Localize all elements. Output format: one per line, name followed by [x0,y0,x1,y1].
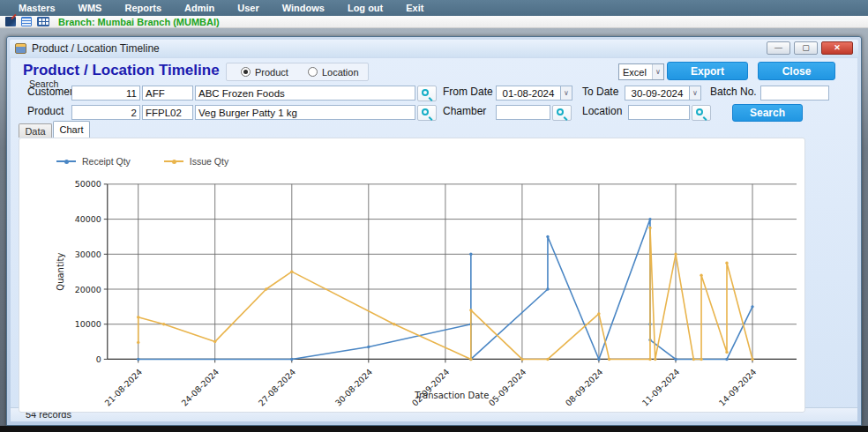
search-icon [422,89,429,96]
svg-text:27-08-2024: 27-08-2024 [257,367,298,408]
svg-text:50000: 50000 [75,179,101,189]
location-radio-label: Location [322,67,359,78]
window-title: Product / Location Timeline [32,42,160,55]
search-button[interactable]: Search [732,104,803,122]
from-date-field[interactable] [496,86,561,101]
location-lookup-button[interactable] [692,105,711,121]
radio-selected-icon [241,67,251,77]
svg-text:24-08-2024: 24-08-2024 [179,367,221,408]
customer-lookup-button[interactable] [417,86,437,101]
batch-no-field[interactable] [760,86,829,101]
export-button[interactable]: Export [667,62,748,80]
close-window-button[interactable]: ✕ [821,41,853,55]
search-icon [557,108,564,115]
mode-radio-group: Product Location [226,63,369,81]
search-icon [696,108,703,115]
product-radio[interactable]: Product [241,67,288,78]
customer-name-field[interactable] [195,86,415,101]
location-label: Location [582,105,622,117]
svg-text:0: 0 [96,354,101,364]
chamber-field[interactable] [496,105,550,120]
issue-line-icon [164,160,183,162]
svg-text:30-08-2024: 30-08-2024 [333,367,375,408]
tab-data[interactable]: Data [19,123,52,138]
timeline-window: Product / Location Timeline — ▢ ✕ Produc… [6,36,862,426]
customer-code-field[interactable] [71,86,140,101]
minimize-button[interactable]: — [767,41,790,55]
legend-item-issue: Issue Qty [164,156,228,167]
list-icon[interactable] [21,17,32,26]
branch-label: Branch: Mumbai Branch (MUMBAI) [58,17,220,27]
timeline-chart: 0100002000030000400005000021-08-202424-0… [19,138,804,413]
chart-panel: 0100002000030000400005000021-08-202424-0… [19,138,805,413]
to-date-label: To Date [582,86,618,98]
menu-item-reports[interactable]: Reports [113,0,173,16]
export-format-value: Excel [619,67,652,78]
product-radio-label: Product [255,67,288,78]
to-date-dropdown-icon[interactable]: ∨ [690,86,701,101]
window-client-area: Product / Location Timeline Search Produ… [11,58,857,421]
from-date-dropdown-icon[interactable]: ∨ [561,86,572,101]
bottom-strip [0,426,868,432]
toolbar: Branch: Mumbai Branch (MUMBAI) [0,16,868,28]
chevron-down-icon: ∨ [652,64,663,79]
svg-text:08-09-2024: 08-09-2024 [564,367,605,408]
svg-text:40000: 40000 [75,214,101,224]
svg-text:Quantity: Quantity [56,253,65,291]
batch-no-label: Batch No. [710,86,757,98]
svg-text:02-09-2024: 02-09-2024 [410,367,452,408]
chart-edit-icon[interactable] [5,17,16,26]
location-field[interactable] [628,105,690,120]
receipt-line-icon [56,160,76,162]
svg-text:Transaction Date: Transaction Date [414,391,489,400]
customer-shortcode-field[interactable] [142,86,193,101]
search-icon [422,108,429,115]
close-form-button[interactable]: Close [758,62,835,80]
menu-item-admin[interactable]: Admin [173,0,226,16]
from-date-label: From Date [443,86,493,98]
product-code-field[interactable] [71,105,140,120]
svg-text:14-09-2024: 14-09-2024 [717,367,759,408]
legend-issue-label: Issue Qty [190,156,228,167]
location-radio[interactable]: Location [308,67,359,78]
export-format-select[interactable]: Excel ∨ [618,63,664,80]
window-icon [15,43,26,54]
chamber-lookup-button[interactable] [552,105,572,121]
menu-item-logout[interactable]: Log out [336,0,394,16]
svg-text:10000: 10000 [75,319,101,329]
menu-item-windows[interactable]: Windows [271,0,336,16]
svg-text:20000: 20000 [75,285,101,294]
customer-label: Customer [27,86,73,98]
page-title: Product / Location Timeline [23,62,220,79]
to-date-field[interactable] [625,86,690,101]
window-title-bar[interactable]: Product / Location Timeline — ▢ ✕ [10,40,858,57]
product-label: Product [27,105,64,117]
legend-receipt-label: Receipt Qty [82,156,131,167]
legend-item-receipt: Receipt Qty [56,156,131,167]
svg-text:11-09-2024: 11-09-2024 [640,367,682,408]
menu-item-user[interactable]: User [226,0,270,16]
application-root: Masters WMS Reports Admin User Windows L… [0,0,868,432]
maximize-button[interactable]: ▢ [794,41,818,55]
product-lookup-button[interactable] [417,105,437,121]
menu-bar: Masters WMS Reports Admin User Windows L… [0,0,868,16]
tab-chart[interactable]: Chart [53,121,90,138]
calculator-icon[interactable] [37,17,49,26]
chart-legend: Receipt Qty Issue Qty [56,156,228,167]
menu-item-wms[interactable]: WMS [67,0,114,16]
product-name-field[interactable] [195,105,415,120]
menu-item-exit[interactable]: Exit [394,0,435,16]
chamber-label: Chamber [443,105,486,117]
svg-text:05-09-2024: 05-09-2024 [487,367,528,408]
product-shortcode-field[interactable] [142,105,193,120]
menu-item-masters[interactable]: Masters [7,0,67,16]
svg-text:30000: 30000 [75,250,101,259]
radio-unselected-icon [308,67,318,77]
svg-text:21-08-2024: 21-08-2024 [102,367,144,408]
